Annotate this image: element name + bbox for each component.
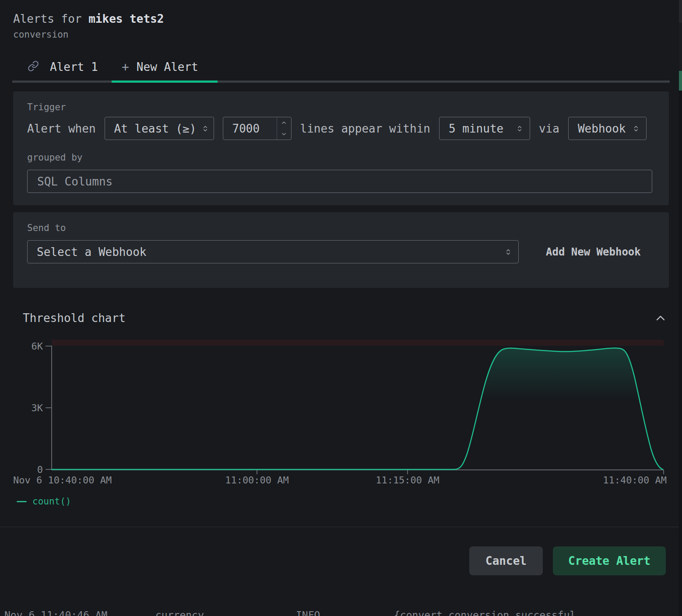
x-axis-labels: Nov 6 10:40:00 AM 11:00:00 AM 11:15:00 A… [13, 475, 667, 486]
background-log-row: Nov 6 11:40:46 AM currency INFO {convert… [0, 609, 682, 616]
send-to-label: Send to [27, 223, 652, 233]
page-title-prefix: Alerts for [13, 12, 88, 25]
chevron-updown-icon [516, 125, 524, 133]
tab-new-alert-label: New Alert [137, 60, 198, 74]
alert-tabs: Alert 1 + New Alert [12, 51, 670, 83]
page-title-source-name: mikes tets2 [88, 12, 164, 25]
tab-alert-1[interactable]: Alert 1 [12, 51, 112, 83]
y-tick-0: 0 [37, 464, 43, 475]
legend-line-swatch [17, 501, 27, 502]
send-to-section: Send to Select a Webhook Add New Webhook [13, 212, 669, 288]
trigger-row: Alert when At least (≥) lines appear wit… [27, 117, 652, 140]
chevron-updown-icon [632, 125, 640, 133]
threshold-input-group [223, 117, 292, 140]
webhook-select-placeholder: Select a Webhook [37, 245, 146, 259]
cancel-button[interactable]: Cancel [469, 546, 543, 575]
log-service: currency [155, 609, 204, 616]
condition-select[interactable]: At least (≥) [105, 117, 214, 140]
channel-select-value: Webhook [578, 122, 626, 135]
log-timestamp: Nov 6 11:40:46 AM [4, 609, 107, 616]
log-message: {convert conversion successful [394, 609, 576, 616]
threshold-input[interactable] [223, 117, 277, 140]
chevron-updown-icon [201, 125, 209, 133]
lines-appear-text: lines appear within [300, 122, 430, 135]
channel-select[interactable]: Webhook [568, 117, 647, 140]
chevron-up-icon [655, 314, 666, 322]
threshold-band [52, 340, 664, 346]
send-to-row: Select a Webhook Add New Webhook [27, 240, 652, 263]
condition-select-value: At least (≥) [114, 122, 197, 135]
y-tick-6k: 6K [32, 341, 43, 352]
interval-select[interactable]: 5 minute [439, 117, 530, 140]
add-new-webhook-button[interactable]: Add New Webhook [546, 246, 641, 258]
footer-actions: Cancel Create Alert [0, 527, 682, 575]
grouped-by-input[interactable] [27, 170, 652, 193]
via-text: via [539, 122, 559, 135]
chevron-updown-icon [504, 248, 512, 256]
spinner-up-button[interactable] [277, 117, 291, 129]
series-area [52, 348, 663, 470]
page-subtitle: conversion [13, 29, 669, 40]
tab-new-alert[interactable]: + New Alert [112, 51, 218, 83]
threshold-chart-title: Threshold chart [23, 312, 126, 325]
x-tick-1140: 11:40:00 AM [603, 475, 667, 486]
create-alert-button[interactable]: Create Alert [553, 546, 666, 575]
collapse-chart-button[interactable] [655, 314, 666, 322]
log-level: INFO [296, 609, 320, 616]
dialog-header: Alerts for mikes tets2 conversion [0, 0, 682, 40]
threshold-spinner [277, 117, 291, 140]
x-tick-1040: Nov 6 10:40:00 AM [13, 475, 112, 486]
trigger-section: Trigger Alert when At least (≥) lines ap… [13, 91, 669, 205]
legend-series-label: count() [32, 496, 71, 507]
x-tick-1115: 11:15:00 AM [376, 475, 439, 486]
x-tick-1100: 11:00:00 AM [225, 475, 289, 486]
y-axis-labels: 6K 3K 0 [32, 341, 43, 475]
threshold-chart: 6K 3K 0 Nov 6 10:40:00 AM 11:00:00 AM 11… [0, 334, 682, 488]
page-title: Alerts for mikes tets2 [13, 12, 669, 25]
spinner-down-button[interactable] [277, 129, 291, 140]
webhook-select[interactable]: Select a Webhook [27, 240, 519, 263]
grouped-by-label: grouped by [27, 152, 652, 163]
threshold-chart-header: Threshold chart [0, 312, 682, 325]
link-icon [28, 60, 39, 74]
y-tick-3k: 3K [32, 402, 43, 413]
interval-select-value: 5 minute [449, 122, 503, 135]
chart-legend: count() [17, 496, 682, 507]
trigger-section-label: Trigger [27, 102, 652, 112]
tab-alert-1-label: Alert 1 [50, 60, 98, 74]
alert-when-text: Alert when [27, 122, 96, 135]
background-page-edge [679, 0, 682, 616]
plus-icon: + [122, 60, 129, 74]
